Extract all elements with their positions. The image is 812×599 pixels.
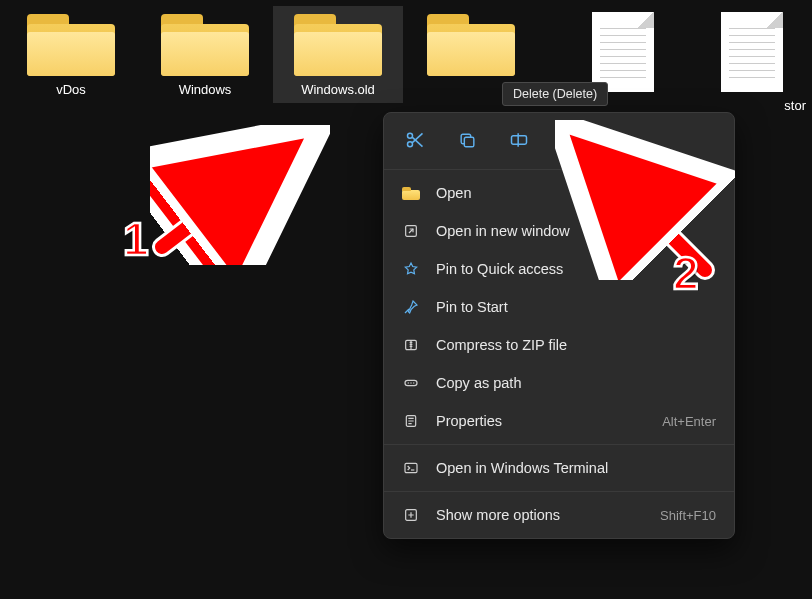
menu-label: Open in Windows Terminal — [436, 460, 608, 476]
svg-rect-8 — [405, 463, 417, 472]
menu-label: Pin to Start — [436, 299, 508, 315]
menu-label: Show more options — [436, 507, 560, 523]
textfile-icon — [592, 12, 654, 92]
folder-item-windows-old[interactable]: Windows.old — [273, 6, 403, 103]
menu-label: Compress to ZIP file — [436, 337, 567, 353]
svg-rect-2 — [464, 137, 474, 147]
more-icon — [402, 506, 420, 524]
properties-icon — [402, 412, 420, 430]
folder-icon — [427, 14, 515, 76]
textfile-icon — [721, 12, 783, 92]
path-icon — [402, 374, 420, 392]
folder-item-windows[interactable]: Windows — [140, 6, 270, 103]
menu-show-more-options[interactable]: Show more options Shift+F10 — [384, 496, 734, 534]
menu-open-terminal[interactable]: Open in Windows Terminal — [384, 449, 734, 487]
cut-button[interactable] — [400, 125, 430, 155]
folder-open-icon — [402, 184, 420, 202]
copy-icon — [458, 131, 477, 150]
svg-rect-3 — [512, 136, 527, 144]
menu-label: Open in new window — [436, 223, 570, 239]
menu-label: Pin to Quick access — [436, 261, 563, 277]
item-label: vDos — [6, 82, 136, 97]
folder-item-unnamed[interactable] — [406, 6, 536, 88]
menu-properties[interactable]: Properties Alt+Enter — [384, 402, 734, 440]
rename-button[interactable] — [504, 125, 534, 155]
annotation-number-2: 2 — [673, 246, 699, 300]
tooltip-delete: Delete (Delete) — [502, 82, 608, 106]
annotation-arrow-1 — [150, 125, 330, 265]
pin-icon — [402, 298, 420, 316]
menu-shortcut: Alt+Enter — [662, 414, 716, 429]
menu-label: Open — [436, 185, 471, 201]
star-icon — [402, 260, 420, 278]
folder-icon — [27, 14, 115, 76]
menu-shortcut: Shift+F10 — [660, 508, 716, 523]
folder-icon — [161, 14, 249, 76]
terminal-icon — [402, 459, 420, 477]
file-item-stor[interactable]: stor — [692, 4, 812, 119]
new-window-icon — [402, 222, 420, 240]
item-label: Windows — [140, 82, 270, 97]
item-label: stor — [692, 98, 812, 113]
annotation-number-1: 1 — [123, 212, 149, 266]
menu-label: Copy as path — [436, 375, 521, 391]
folder-icon — [294, 14, 382, 76]
folder-item-vdos[interactable]: vDos — [6, 6, 136, 103]
zip-icon — [402, 336, 420, 354]
menu-copy-path[interactable]: Copy as path — [384, 364, 734, 402]
annotation-arrow-2 — [555, 120, 735, 280]
menu-compress-zip[interactable]: Compress to ZIP file — [384, 326, 734, 364]
scissors-icon — [405, 130, 425, 150]
item-label: Windows.old — [273, 82, 403, 97]
rename-icon — [509, 130, 529, 150]
menu-label: Properties — [436, 413, 502, 429]
copy-button[interactable] — [452, 125, 482, 155]
